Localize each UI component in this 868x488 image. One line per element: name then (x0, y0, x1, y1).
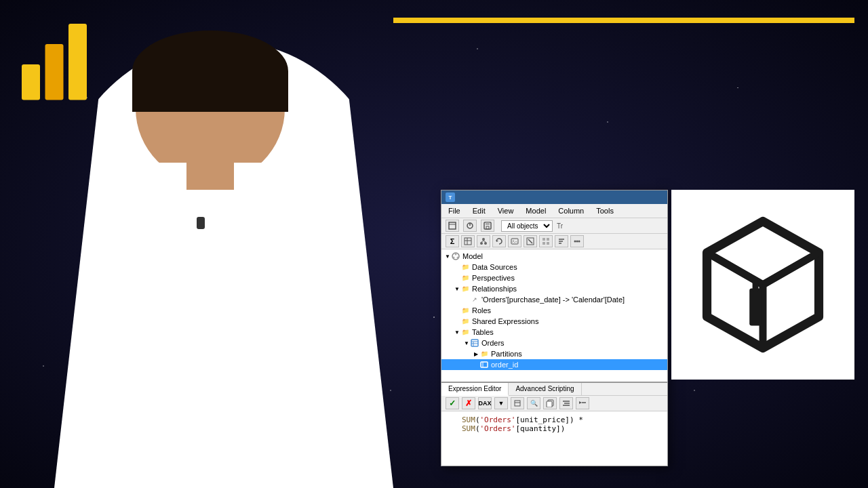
icon-folder-datasources: 📁 (460, 262, 470, 272)
svg-rect-23 (542, 238, 545, 241)
person-area (0, 0, 448, 488)
icon-folder-roles: 📁 (460, 306, 470, 315)
btn-sigma[interactable]: Σ (446, 235, 459, 247)
te-tabs: Expression Editor Advanced Scripting (441, 383, 667, 396)
icon-folder-relationships: 📁 (460, 284, 470, 293)
btn-format[interactable] (511, 397, 524, 409)
func-sum1: SUM (462, 415, 475, 424)
toolbar-btn-1[interactable] (446, 220, 459, 232)
svg-rect-26 (547, 242, 549, 245)
svg-line-22 (528, 239, 532, 243)
te-editor-toolbar: ✓ ✗ DAX ▼ 🔍 (441, 396, 667, 411)
person-body (108, 163, 312, 488)
code-line-1: SUM('Orders'[unit_price]) * SUM('Orders'… (441, 414, 667, 434)
te-logo-box (671, 190, 854, 380)
tree-label-datasources: Data Sources (472, 263, 517, 271)
icon-folder-perspectives: 📁 (460, 273, 470, 283)
svg-rect-60 (753, 281, 759, 293)
btn-search[interactable]: 🔍 (527, 397, 540, 409)
tab-advanced-scripting[interactable]: Advanced Scripting (509, 383, 581, 395)
tree-label-partitions: Partitions (491, 350, 522, 358)
te-menubar: File Edit View Model Column Tools (441, 204, 667, 218)
btn-accept[interactable]: ✓ (446, 397, 459, 409)
te-editor-area[interactable]: SUM('Orders'[unit_price]) * SUM('Orders'… (441, 411, 667, 466)
menu-column[interactable]: Column (557, 205, 585, 216)
btn-grid[interactable] (539, 235, 553, 247)
tree-label-order-id: order_id (491, 361, 518, 369)
toolbar-btn-save[interactable] (481, 220, 494, 232)
te-toolbar1: All objects Tr (441, 218, 667, 234)
tab-expression-editor[interactable]: Expression Editor (441, 383, 509, 396)
svg-rect-25 (542, 242, 545, 245)
tree-label-relationships: Relationships (472, 285, 517, 293)
btn-dax[interactable]: DAX (478, 397, 492, 409)
tree-item-orders[interactable]: ▼ Orders (441, 338, 667, 348)
btn-outdent[interactable] (576, 397, 589, 409)
tree-label-perspectives: Perspectives (472, 274, 515, 282)
svg-rect-3 (449, 222, 456, 229)
svg-rect-8 (486, 222, 490, 225)
te-toolbar2: Σ (441, 234, 667, 249)
code-content-1: SUM('Orders'[unit_price]) * SUM('Orders'… (462, 415, 662, 433)
title-highlight-box (393, 18, 854, 23)
perspective-dropdown[interactable]: All objects (501, 220, 553, 232)
perspective-selector: All objects (498, 220, 553, 232)
tree-item-tables[interactable]: ▼ 📁 Tables (441, 327, 667, 338)
menu-file[interactable]: File (447, 205, 462, 216)
tree-item-order-id[interactable]: order_id (441, 359, 667, 370)
svg-rect-43 (515, 401, 520, 406)
svg-line-17 (484, 241, 486, 242)
tree-item-datasources[interactable]: 📁 Data Sources (441, 262, 667, 272)
func-sum2: SUM (462, 424, 475, 433)
svg-rect-46 (547, 401, 552, 407)
svg-line-16 (481, 241, 484, 242)
tree-item-relation1[interactable]: ↗ 'Orders'[purchase_date] -> 'Calendar'[… (441, 294, 667, 305)
menu-edit[interactable]: Edit (471, 205, 487, 216)
svg-line-58 (763, 253, 819, 285)
tree-label-roles: Roles (472, 306, 491, 314)
icon-folder-sharedexpr: 📁 (460, 317, 470, 326)
person-hair (132, 30, 288, 112)
icon-folder-tables: 📁 (460, 327, 470, 337)
svg-point-31 (576, 241, 578, 243)
chevron-tables: ▼ (454, 329, 460, 336)
btn-reject[interactable]: ✗ (462, 397, 475, 409)
toolbar-btn-2[interactable] (463, 220, 477, 232)
icon-table-orders (470, 338, 479, 348)
chevron-order-id (473, 361, 479, 368)
svg-point-13 (482, 238, 485, 241)
btn-table[interactable] (461, 235, 475, 247)
svg-line-57 (707, 253, 764, 285)
btn-indent[interactable] (559, 397, 573, 409)
btn-image[interactable] (508, 235, 521, 247)
tree-item-sharedexpr[interactable]: 📁 Shared Expressions (441, 316, 667, 327)
tree-label-model: Model (462, 252, 483, 260)
tree-item-relationships[interactable]: ▼ 📁 Relationships (441, 283, 667, 294)
btn-copy[interactable] (543, 397, 557, 409)
svg-point-14 (480, 242, 483, 245)
tree-item-perspectives[interactable]: 📁 Perspectives (441, 272, 667, 283)
svg-rect-24 (547, 238, 549, 241)
btn-hierarchy[interactable] (477, 235, 490, 247)
tree-item-partitions[interactable]: ▶ 📁 Partitions (441, 348, 667, 359)
toolbar-tr-label: Tr (557, 222, 563, 230)
icon-folder-partitions: 📁 (479, 349, 489, 359)
btn-refresh[interactable] (492, 235, 506, 247)
te-bottom-panel: Expression Editor Advanced Scripting ✓ ✗… (441, 382, 667, 466)
menu-model[interactable]: Model (524, 205, 547, 216)
menu-view[interactable]: View (496, 205, 515, 216)
btn-sort[interactable] (555, 235, 568, 247)
svg-marker-18 (496, 240, 498, 242)
btn-dropdown-dax[interactable]: ▼ (494, 397, 508, 409)
svg-rect-10 (465, 238, 471, 245)
menu-tools[interactable]: Tools (595, 205, 615, 216)
btn-extra[interactable] (570, 235, 584, 247)
btn-measure[interactable] (524, 235, 537, 247)
tree-label-sharedexpr: Shared Expressions (472, 317, 538, 325)
tree-item-roles[interactable]: 📁 Roles (441, 305, 667, 316)
svg-point-35 (453, 257, 455, 259)
tabular-editor-window: T File Edit View Model Column Tools All … (441, 190, 668, 466)
string-orders1: 'Orders' (480, 415, 516, 424)
tree-item-model[interactable]: ▼ Model (441, 251, 667, 262)
chevron-orders: ▼ (463, 340, 470, 346)
